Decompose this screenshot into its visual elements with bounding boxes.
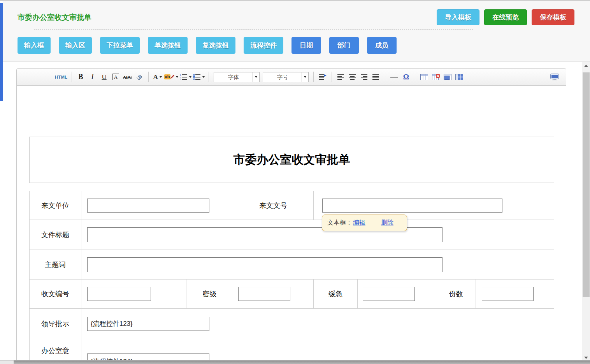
insert-table-button[interactable]: [419, 72, 429, 83]
rich-text-editor: HTML B I U A ABC A ab 1: [16, 68, 566, 364]
edit-link[interactable]: 编辑: [353, 219, 365, 227]
source-unit-label: 来文单位: [30, 191, 81, 220]
strikethrough-button[interactable]: ABC: [123, 72, 133, 83]
control-buttons-row: 输入框 输入区 下拉菜单 单选按钮 复选按钮 流程控件 日期 部门 成员: [18, 37, 397, 54]
add-radio-button[interactable]: 单选按钮: [148, 37, 188, 54]
align-center-button[interactable]: [348, 72, 358, 83]
align-center-icon: [349, 74, 356, 80]
background-page-edge: [0, 3, 3, 101]
add-flow-control-button[interactable]: 流程控件: [244, 37, 283, 54]
horizontal-rule-button[interactable]: [389, 72, 399, 83]
chevron-down-icon: [189, 76, 191, 78]
doc-number-label: 来文文号: [233, 191, 314, 220]
table-properties-icon: [455, 74, 463, 80]
urgency-input[interactable]: [363, 287, 415, 301]
indent-icon: [319, 74, 327, 80]
pencil-icon: [170, 75, 174, 79]
align-right-button[interactable]: [359, 72, 369, 83]
header-actions: 导入模板 在线预览 保存模板: [437, 9, 574, 25]
align-justify-button[interactable]: [371, 72, 381, 83]
scroll-up-button[interactable]: [582, 62, 590, 69]
unordered-list-icon: [193, 74, 201, 80]
table-row: 文件标题: [30, 220, 554, 250]
arrow-up-icon: [584, 65, 588, 67]
add-date-button[interactable]: 日期: [291, 37, 321, 54]
special-char-button[interactable]: Ω: [401, 72, 411, 83]
security-label: 密级: [186, 280, 233, 308]
delete-table-icon: [432, 74, 440, 80]
doc-title-cell: [81, 220, 554, 250]
security-cell: [233, 280, 314, 308]
italic-button[interactable]: I: [88, 72, 98, 83]
fullscreen-button[interactable]: [550, 72, 560, 83]
header: 市委办公室收文审批单 导入模板 在线预览 保存模板 输入框 输入区 下拉菜单 单…: [3, 1, 590, 62]
editor-canvas[interactable]: 市委办公室收文审批单 来文单位 来文文号 文件标题 主题词: [17, 86, 566, 364]
table-properties-button[interactable]: [454, 72, 464, 83]
char-border-button[interactable]: A: [111, 72, 121, 83]
receipt-no-cell: [81, 280, 186, 308]
font-color-button[interactable]: A: [153, 72, 163, 83]
delete-table-button[interactable]: [431, 72, 441, 83]
toolbar-separator: [415, 72, 415, 82]
highlight-color-button[interactable]: ab: [164, 72, 179, 83]
align-right-icon: [361, 74, 368, 80]
toolbar-separator: [209, 72, 209, 82]
add-checkbox-button[interactable]: 复选按钮: [196, 37, 235, 54]
bold-button[interactable]: B: [76, 72, 86, 83]
add-member-button[interactable]: 成员: [367, 37, 397, 54]
delete-link[interactable]: 删除: [381, 219, 393, 227]
vertical-scrollbar-thumb[interactable]: [583, 72, 590, 297]
security-input[interactable]: [238, 287, 290, 301]
html-source-button[interactable]: HTML: [55, 72, 68, 83]
toolbar-separator: [72, 72, 72, 82]
keywords-cell: [81, 250, 554, 279]
vertical-scrollbar[interactable]: [582, 62, 590, 361]
tooltip-label: 文本框：: [327, 219, 352, 227]
leader-note-cell: [81, 309, 554, 339]
leader-note-input[interactable]: [87, 317, 209, 331]
add-department-button[interactable]: 部门: [329, 37, 359, 54]
unordered-list-button[interactable]: [193, 72, 205, 83]
copies-label: 份数: [436, 280, 476, 308]
form-table: 来文单位 来文文号 文件标题 主题词 收文编号 密级: [29, 191, 554, 364]
chevron-down-icon: [176, 76, 178, 78]
underline-button[interactable]: U: [99, 72, 109, 83]
font-family-dropdown-button[interactable]: [253, 72, 259, 82]
indent-button[interactable]: [318, 72, 328, 83]
align-justify-icon: [372, 74, 379, 80]
ordered-list-button[interactable]: 1 2 3: [180, 72, 191, 83]
toolbar-separator: [385, 72, 385, 82]
font-size-select[interactable]: 字号: [263, 72, 309, 82]
doc-title-label: 文件标题: [30, 220, 81, 250]
doc-number-input[interactable]: [322, 199, 502, 213]
add-textarea-button[interactable]: 输入区: [59, 37, 92, 54]
receipt-no-input[interactable]: [87, 287, 151, 301]
remove-format-button[interactable]: [134, 72, 144, 83]
align-left-button[interactable]: [336, 72, 346, 83]
cell-properties-icon: [444, 74, 451, 80]
keywords-label: 主题词: [30, 250, 81, 279]
import-template-button[interactable]: 导入模板: [437, 9, 479, 25]
font-family-select[interactable]: 字体: [214, 72, 260, 82]
source-unit-input[interactable]: [87, 199, 209, 213]
horizontal-scrollbar-thumb[interactable]: [14, 360, 590, 364]
font-size-dropdown-button[interactable]: [302, 72, 308, 82]
arrow-down-icon: [584, 357, 588, 359]
horizontal-rule-icon: [390, 77, 398, 77]
copies-input[interactable]: [482, 287, 534, 301]
chevron-down-icon: [255, 76, 257, 78]
screen: 市委办公室收文审批单 导入模板 在线预览 保存模板 输入框 输入区 下拉菜单 单…: [0, 0, 590, 364]
horizontal-scrollbar[interactable]: [0, 360, 590, 364]
add-dropdown-button[interactable]: 下拉菜单: [100, 37, 140, 54]
online-preview-button[interactable]: 在线预览: [484, 9, 527, 25]
cell-properties-button[interactable]: [442, 72, 453, 83]
table-row: 来文单位 来文文号: [30, 191, 554, 220]
urgency-label: 缓急: [314, 280, 358, 308]
keywords-input[interactable]: [87, 257, 442, 272]
add-input-box-button[interactable]: 输入框: [18, 37, 51, 54]
textbox-context-tooltip: 文本框： 编辑 删除: [322, 215, 407, 231]
save-template-button[interactable]: 保存模板: [532, 9, 574, 25]
page-title: 市委办公室收文审批单: [18, 12, 91, 23]
chevron-down-icon: [202, 76, 205, 78]
copies-cell: [476, 280, 554, 308]
